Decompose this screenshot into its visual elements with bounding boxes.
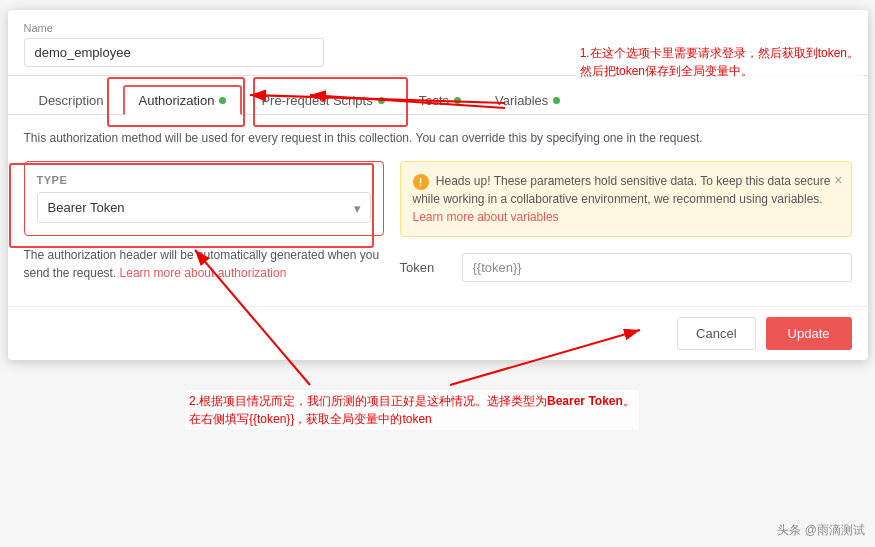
right-panel: ! Heads up! These parameters hold sensit… <box>400 161 852 282</box>
warning-text: Heads up! These parameters hold sensitiv… <box>413 174 831 206</box>
tab-tests[interactable]: Tests <box>404 86 476 115</box>
annotation-note2: 2.根据项目情况而定，我们所测的项目正好是这种情况。选择类型为Bearer To… <box>185 390 639 430</box>
cancel-button[interactable]: Cancel <box>677 317 755 350</box>
tab-pre-request[interactable]: Pre-request Scripts <box>246 86 399 115</box>
pre-request-dot <box>378 97 385 104</box>
tab-variables[interactable]: Variables <box>480 86 575 115</box>
token-row: Token <box>400 253 852 282</box>
type-label: TYPE <box>37 174 371 186</box>
modal-body: This authorization method will be used f… <box>8 115 868 296</box>
tests-dot <box>454 97 461 104</box>
token-input[interactable] <box>462 253 852 282</box>
auth-note: The authorization header will be automat… <box>24 246 384 282</box>
tab-authorization[interactable]: Authorization <box>123 85 243 115</box>
modal-header: Name <box>8 10 868 76</box>
name-input[interactable] <box>24 38 324 67</box>
tab-authorization-label: Authorization <box>139 93 215 108</box>
tab-pre-request-label: Pre-request Scripts <box>261 93 372 108</box>
left-panel: TYPE Bearer Token Basic Auth No Auth OAu… <box>24 161 384 282</box>
tab-description-label: Description <box>39 93 104 108</box>
authorization-dot <box>219 97 226 104</box>
warning-icon: ! <box>413 174 429 190</box>
update-button[interactable]: Update <box>766 317 852 350</box>
variables-dot <box>553 97 560 104</box>
tab-variables-label: Variables <box>495 93 548 108</box>
type-select[interactable]: Bearer Token Basic Auth No Auth OAuth 1.… <box>37 192 371 223</box>
learn-more-variables-link[interactable]: Learn more about variables <box>413 210 559 224</box>
content-area: TYPE Bearer Token Basic Auth No Auth OAu… <box>24 161 852 282</box>
warning-box: ! Heads up! These parameters hold sensit… <box>400 161 852 237</box>
modal-container: Name Description Authorization Pre-reque… <box>8 10 868 360</box>
watermark: 头条 @雨滴测试 <box>777 522 865 539</box>
token-label: Token <box>400 260 450 275</box>
tab-description[interactable]: Description <box>24 86 119 115</box>
type-box: TYPE Bearer Token Basic Auth No Auth OAu… <box>24 161 384 236</box>
tab-tests-label: Tests <box>419 93 449 108</box>
modal-footer: Cancel Update <box>8 306 868 360</box>
name-label: Name <box>24 22 852 34</box>
tab-bar: Description Authorization Pre-request Sc… <box>8 76 868 115</box>
learn-more-link[interactable]: Learn more about authorization <box>120 266 287 280</box>
type-select-wrapper: Bearer Token Basic Auth No Auth OAuth 1.… <box>37 192 371 223</box>
description-text: This authorization method will be used f… <box>24 129 852 147</box>
warning-close-button[interactable]: × <box>834 170 842 191</box>
